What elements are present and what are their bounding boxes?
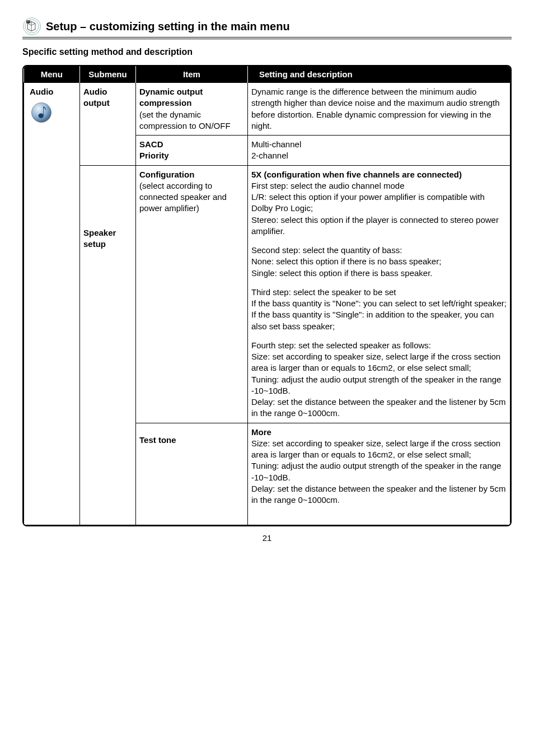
desc-strong: More [251, 427, 271, 437]
submenu-speaker-setup: Speaker setup [80, 165, 136, 525]
desc-cell: 5X (configuration when five channels are… [248, 165, 510, 423]
table-row: Speaker setup Configuration (select acco… [24, 165, 510, 423]
item-title: Test tone [139, 435, 176, 445]
table-row: Audio [24, 83, 510, 136]
desc-text: 2-channel [251, 151, 288, 160]
item-cell: Configuration (select according to conne… [136, 165, 248, 423]
svg-point-4 [32, 103, 51, 123]
col-header-item: Item [136, 66, 248, 83]
setup-book-icon [22, 17, 41, 36]
settings-table-frame: Menu Submenu Item Setting and descriptio… [22, 65, 512, 526]
page-number: 21 [22, 533, 512, 543]
item-cell: Dynamic output compression (set the dyna… [136, 83, 248, 136]
menu-label: Audio [30, 86, 54, 97]
desc-text: Multi-channel [251, 139, 301, 149]
desc-text: First step: select the audio channel mod… [251, 181, 499, 236]
item-title: Dynamic output compression [139, 87, 203, 108]
submenu-label-text: Audio output [83, 87, 110, 108]
table-header-row: Menu Submenu Item Setting and descriptio… [24, 66, 510, 83]
submenu-label-text: Speaker setup [83, 228, 116, 249]
settings-table: Menu Submenu Item Setting and descriptio… [24, 66, 510, 525]
col-header-menu: Menu [24, 66, 80, 83]
item-cell: SACD Priority [136, 136, 248, 166]
item-title: Configuration [139, 170, 194, 179]
desc-text: Fourth step: set the selected speaker as… [251, 340, 505, 418]
item-detail: (select according to connected speaker a… [139, 181, 227, 213]
col-header-submenu: Submenu [80, 66, 136, 83]
page-title: Setup – customizing setting in the main … [46, 20, 290, 33]
music-note-icon [30, 101, 53, 124]
desc-strong: 5X (configuration when five channels are… [251, 170, 462, 179]
desc-cell: Multi-channel 2-channel [248, 136, 510, 166]
desc-text: Dynamic range is the difference between … [251, 87, 500, 130]
desc-cell: More Size: set according to speaker size… [248, 423, 510, 525]
desc-cell: Dynamic range is the difference between … [248, 83, 510, 136]
item-cell: Test tone [136, 423, 248, 525]
svg-rect-3 [27, 21, 30, 21]
page-header: Setup – customizing setting in the main … [22, 17, 512, 39]
menu-cell-audio: Audio [24, 83, 80, 525]
submenu-audio-output: Audio output [80, 83, 136, 166]
desc-text: Second step: select the quantity of bass… [251, 245, 441, 278]
item-title: SACD Priority [139, 139, 169, 160]
desc-text: Third step: select the speaker to be set… [251, 287, 507, 331]
section-subtitle: Specific setting method and description [22, 47, 512, 57]
desc-text: Size: set according to speaker size, sel… [251, 438, 505, 505]
col-header-desc: Setting and description [248, 66, 510, 83]
item-detail: (set the dynamic compression to ON/OFF [139, 110, 231, 130]
